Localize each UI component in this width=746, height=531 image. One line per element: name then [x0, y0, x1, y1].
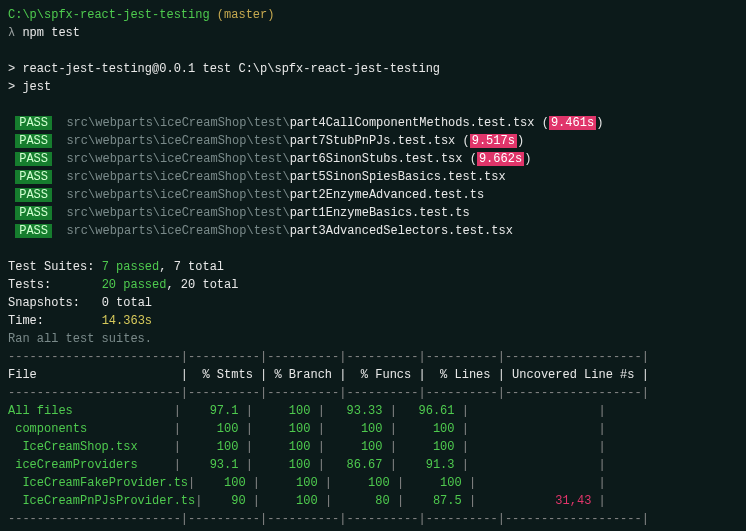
- prompt-line-1: C:\p\spfx-react-jest-testing (master): [8, 6, 738, 24]
- coverage-row: IceCreamPnPJsProvider.ts| 90 | 100 | 80 …: [8, 492, 738, 510]
- test-time-badge: 9.461s: [549, 116, 596, 130]
- coverage-header: File | % Stmts | % Branch | % Funcs | % …: [8, 366, 738, 384]
- test-time-badge: 9.517s: [470, 134, 517, 148]
- coverage-row: iceCreamProviders | 93.1 | 100 | 86.67 |…: [8, 456, 738, 474]
- prompt-line-2: λ npm test: [8, 24, 738, 42]
- test-result-line: PASS src\webparts\iceCreamShop\test\part…: [8, 114, 738, 132]
- test-result-line: PASS src\webparts\iceCreamShop\test\part…: [8, 168, 738, 186]
- pass-badge: PASS: [15, 206, 52, 220]
- coverage-row: IceCreamFakeProvider.ts| 100 | 100 | 100…: [8, 474, 738, 492]
- pass-badge: PASS: [15, 224, 52, 238]
- coverage-row: All files | 97.1 | 100 | 93.33 | 96.61 |…: [8, 402, 738, 420]
- summary-suites: Test Suites: 7 passed, 7 total: [8, 258, 738, 276]
- coverage-row: components | 100 | 100 | 100 | 100 | |: [8, 420, 738, 438]
- pass-badge: PASS: [15, 188, 52, 202]
- summary-snapshots: Snapshots: 0 total: [8, 294, 738, 312]
- test-result-line: PASS src\webparts\iceCreamShop\test\part…: [8, 150, 738, 168]
- coverage-sep-3: ------------------------|----------|----…: [8, 510, 738, 528]
- test-result-line: PASS src\webparts\iceCreamShop\test\part…: [8, 132, 738, 150]
- pass-badge: PASS: [15, 152, 52, 166]
- coverage-sep-1: ------------------------|----------|----…: [8, 348, 738, 366]
- pass-badge: PASS: [15, 170, 52, 184]
- coverage-row: IceCreamShop.tsx | 100 | 100 | 100 | 100…: [8, 438, 738, 456]
- coverage-sep-2: ------------------------|----------|----…: [8, 384, 738, 402]
- run-header-pkg: > react-jest-testing@0.0.1 test C:\p\spf…: [8, 60, 738, 78]
- test-result-line: PASS src\webparts\iceCreamShop\test\part…: [8, 186, 738, 204]
- summary-time: Time: 14.363s: [8, 312, 738, 330]
- pass-badge: PASS: [15, 116, 52, 130]
- test-result-line: PASS src\webparts\iceCreamShop\test\part…: [8, 222, 738, 240]
- test-result-line: PASS src\webparts\iceCreamShop\test\part…: [8, 204, 738, 222]
- summary-tests: Tests: 20 passed, 20 total: [8, 276, 738, 294]
- pass-badge: PASS: [15, 134, 52, 148]
- test-time-badge: 9.662s: [477, 152, 524, 166]
- summary-ran: Ran all test suites.: [8, 330, 738, 348]
- run-header-jest: > jest: [8, 78, 738, 96]
